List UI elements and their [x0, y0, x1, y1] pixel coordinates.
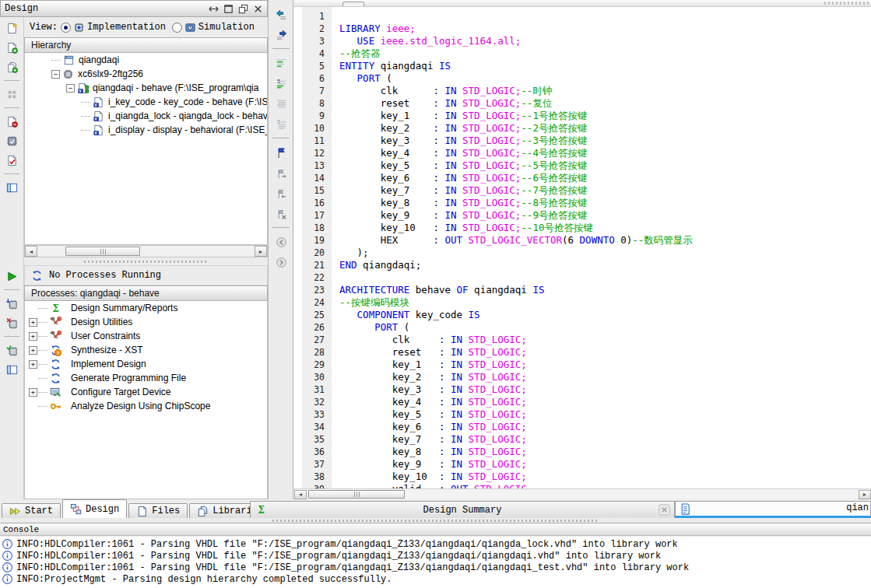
processes-tree[interactable]: ΣDesign Summary/Reports+Design Utilities…: [24, 301, 268, 499]
line-number: 2: [302, 23, 332, 35]
nav-back-button[interactable]: [272, 234, 290, 250]
hierarchy-item-i-key-code[interactable]: i_key_code - key_code - behave (F:\ISE_: [25, 95, 267, 109]
configure-icon: [50, 387, 61, 398]
code-text: key_7 : IN STD_LOGIC;--7号抢答按键: [332, 184, 587, 197]
code-area[interactable]: 12LIBRARY ieee;3 USE ieee.std_logic_1164…: [294, 7, 871, 489]
view-option-simulation[interactable]: Simulation: [172, 22, 255, 33]
indent-green-button[interactable]: [272, 55, 290, 71]
indent-five-green-button[interactable]: 5: [272, 75, 290, 91]
report-check-button[interactable]: [4, 153, 19, 167]
synthesize-icon: ?: [50, 345, 61, 356]
hierarchy-tree[interactable]: qiangdaqi−xc6slx9-2ftg256−qiangdaqi - be…: [24, 53, 268, 245]
process-item-design-summary-reports[interactable]: ΣDesign Summary/Reports: [25, 301, 267, 315]
doc-tab-qian[interactable]: qian: [675, 501, 871, 518]
remove-source-button[interactable]: [4, 114, 19, 128]
toolbar-separator: [4, 80, 19, 81]
expand-expander-icon[interactable]: +: [29, 388, 37, 397]
process-item-synthesize-xst[interactable]: +?Synthesize - XST: [25, 343, 267, 357]
stop-button[interactable]: [4, 316, 19, 330]
expand-expander-icon[interactable]: +: [29, 360, 37, 369]
run-button[interactable]: [4, 269, 19, 283]
design-panel-titlebar[interactable]: Design: [0, 0, 268, 17]
scrollbar-thumb[interactable]: [65, 247, 140, 256]
code-text: key_6 : IN STD_LOGIC;: [332, 421, 527, 433]
code-text: PORT (: [332, 321, 409, 334]
expand-expander-icon[interactable]: +: [29, 332, 37, 341]
radio-unselected-icon[interactable]: [172, 23, 182, 33]
line-number: 29: [302, 359, 332, 371]
maximize-button[interactable]: [223, 3, 234, 14]
process-item-implement-design[interactable]: +Implement Design: [25, 357, 267, 371]
line-number: 19: [302, 234, 332, 247]
scroll-right-arrow-icon[interactable]: ►: [859, 490, 871, 499]
hierarchy-item-qiangdaqi[interactable]: −qiangdaqi - behave (F:\ISE_program\qia: [25, 81, 267, 95]
code-line-22: 22: [294, 271, 871, 284]
radio-selected-icon[interactable]: [61, 23, 71, 33]
add-source-button[interactable]: [4, 40, 19, 54]
rerun-all-button[interactable]: [4, 343, 19, 357]
dock-view-button[interactable]: [4, 180, 19, 194]
bookmark-toggle-button[interactable]: [272, 145, 290, 160]
close-button[interactable]: [252, 3, 263, 14]
new-source-button[interactable]: [4, 21, 19, 35]
view-option-implementation[interactable]: Implementation: [61, 22, 166, 33]
process-item-design-utilities[interactable]: +Design Utilities: [25, 315, 267, 329]
hierarchy-item-i-qiangda-lock[interactable]: i_qiangda_lock - qiangda_lock - behave: [25, 109, 267, 123]
code-text: key_8 : IN STD_LOGIC;--8号抢答按键: [332, 197, 587, 209]
line-number: 21: [302, 259, 332, 271]
view-label: View:: [30, 22, 58, 33]
console-line-1: INFO:HDLCompiler:1061 - Parsing VHDL fil…: [2, 538, 871, 550]
process-item-configure-target-device[interactable]: +Configure Target Device: [25, 385, 267, 399]
design-icon: [70, 503, 82, 515]
hierarchy-item-label: i_key_code - key_code - behave (F:\ISE_: [107, 96, 267, 107]
indent-five-gray-icon: 5: [276, 118, 287, 130]
collapse-expander-icon[interactable]: −: [66, 84, 75, 93]
console-header[interactable]: Console: [0, 523, 871, 536]
code-line-21: 21END qiangdaqi;: [294, 259, 871, 271]
tab-files[interactable]: Files: [128, 503, 188, 518]
float-button[interactable]: [208, 3, 219, 14]
bookmark-prev-button[interactable]: [272, 185, 290, 201]
shift-right-button[interactable]: [272, 26, 290, 42]
scroll-left-arrow-icon[interactable]: ◄: [294, 490, 307, 499]
shift-left-button[interactable]: [272, 6, 290, 22]
bookmark-next-button[interactable]: [272, 165, 290, 180]
tab-close-button[interactable]: [659, 504, 671, 516]
nav-forward-button[interactable]: [272, 254, 290, 270]
process-item-generate-programming-file[interactable]: Generate Programming File: [25, 371, 267, 385]
tab-design[interactable]: Design: [62, 499, 127, 518]
design-properties-button[interactable]: [4, 134, 19, 148]
process-item-user-constraints[interactable]: +User Constraints: [25, 329, 267, 343]
expand-expander-icon[interactable]: +: [29, 346, 37, 355]
add-copy-source-button[interactable]: [4, 60, 19, 74]
panel-splitter[interactable]: [24, 257, 268, 265]
utilities-icon: [50, 331, 61, 342]
collapse-expander-icon[interactable]: −: [51, 70, 60, 79]
doc-tab-design-summary[interactable]: ΣDesign Summary: [250, 501, 675, 518]
hierarchy-item-qiangdaqi[interactable]: qiangdaqi: [25, 53, 267, 67]
expand-expander-icon[interactable]: +: [29, 318, 37, 327]
bookmark-clear-button[interactable]: [272, 205, 290, 221]
code-editor[interactable]: 12LIBRARY ieee;3 USE ieee.std_logic_1164…: [294, 0, 871, 499]
dock-button[interactable]: [237, 3, 248, 14]
hierarchy-item-i-display[interactable]: i_display - display - behavioral (F:\ISE…: [25, 123, 267, 137]
hierarchy-item-label: qiangdaqi - behave (F:\ISE_program\qia: [91, 82, 258, 93]
process-item-analyze-design-using-chipscope[interactable]: Analyze Design Using ChipScope: [25, 399, 267, 413]
tab-start[interactable]: Start: [2, 503, 61, 518]
rerun-button[interactable]: [4, 296, 19, 310]
code-line-4: 4--抢答器: [294, 47, 871, 60]
scroll-right-arrow-icon[interactable]: ►: [255, 246, 267, 257]
nav-forward-icon: [276, 257, 287, 268]
scroll-left-arrow-icon[interactable]: ◄: [25, 246, 37, 257]
indent-gray-button[interactable]: [272, 96, 290, 111]
hierarchy-item-xc6slx9-2ftg256[interactable]: −xc6slx9-2ftg256: [25, 67, 267, 81]
scrollbar-thumb[interactable]: [308, 490, 405, 499]
indent-five-gray-button[interactable]: 5: [272, 116, 290, 131]
code-line-14: 14 key_6 : IN STD_LOGIC;--6号抢答按键: [294, 172, 871, 184]
editor-horizontal-scrollbar[interactable]: ◄ ►: [294, 488, 871, 499]
toolbox-disabled-button[interactable]: [4, 87, 19, 101]
dock-view-button[interactable]: [4, 362, 19, 376]
line-number: 18: [302, 222, 332, 234]
hierarchy-horizontal-scrollbar[interactable]: ◄ ►: [24, 245, 268, 257]
code-text: PORT (: [332, 72, 392, 85]
